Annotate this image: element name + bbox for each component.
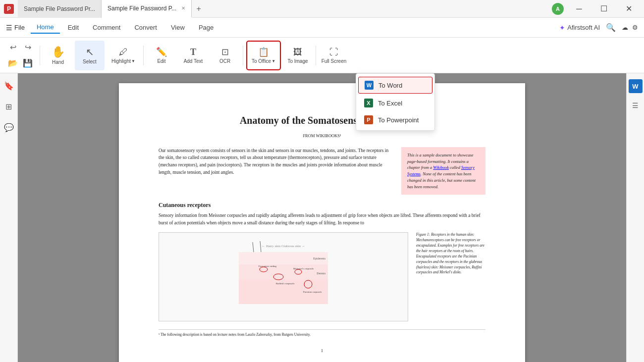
to-powerpoint-label: To Powerpoint (378, 116, 419, 124)
svg-text:Free nerve ending: Free nerve ending (259, 265, 277, 267)
close-button[interactable]: ✕ (617, 0, 640, 18)
separator-1 (40, 46, 40, 65)
to-office-button[interactable]: 📋 To Office ▼ (246, 41, 281, 70)
tab-1[interactable]: Sample File Password Pr... (18, 0, 102, 18)
pdf-title: Anatomy of the Somatosensory System (159, 113, 485, 128)
pdf-page: Anatomy of the Somatosensory System FROM… (119, 83, 525, 362)
file-label: File (14, 24, 25, 31)
right-panel: W ☰ (626, 73, 644, 362)
hand-label: Hand (52, 59, 64, 65)
sidebar-thumbnails-icon[interactable]: 🔖 (2, 79, 15, 92)
minimize-button[interactable]: ─ (568, 0, 590, 18)
app-icon: P (4, 4, 14, 14)
highlight-tool-button[interactable]: 🖊 Highlight ▼ (107, 41, 140, 70)
file-menu[interactable]: ☰ File (6, 24, 25, 32)
word-panel-icon[interactable]: W (629, 79, 643, 93)
pdf-figure-image: ← Hairy skin Glabrous skin → Epidermis D… (159, 232, 408, 321)
main-area: 🔖 ⊞ 💬 Anatomy of the Somatosensory Syste… (0, 73, 644, 362)
menu-comment[interactable]: Comment (87, 22, 126, 33)
panel-text-icon[interactable]: ☰ (629, 99, 642, 112)
menubar: ☰ File Home Edit Comment Convert View Pa… (0, 18, 644, 38)
word-icon: W (365, 81, 374, 90)
to-office-label: To Office ▼ (252, 58, 275, 64)
tab-1-label: Sample File Password Pr... (24, 5, 95, 12)
save-button[interactable]: 💾 (21, 56, 35, 70)
sidebar-layers-icon[interactable]: ⊞ (2, 100, 15, 113)
to-office-icon: 📋 (258, 47, 269, 57)
select-icon: ↖ (86, 46, 94, 58)
tab-2[interactable]: Sample File Password P... ✕ (102, 0, 192, 18)
sidebar-comments-icon[interactable]: 💬 (2, 121, 15, 134)
to-powerpoint-item[interactable]: P To Powerpoint (356, 111, 434, 128)
menu-home[interactable]: Home (31, 21, 60, 34)
powerpoint-icon: P (364, 115, 373, 124)
add-text-button[interactable]: T Add Text (178, 41, 208, 70)
highlight-label: Highlight ▼ (111, 58, 135, 64)
pdf-intro-text: Our somatosensory system consists of sen… (159, 147, 393, 176)
svg-text:Pacinian corpuscle: Pacinian corpuscle (303, 291, 322, 293)
pdf-main-content: Our somatosensory system consists of sen… (159, 147, 485, 195)
highlight-icon: 🖊 (119, 47, 128, 57)
pdf-body-column: Our somatosensory system consists of sen… (159, 147, 393, 195)
edit-label: Edit (157, 58, 165, 64)
full-screen-label: Full Screen (322, 58, 347, 64)
left-sidebar: 🔖 ⊞ 💬 (0, 73, 18, 362)
to-excel-item[interactable]: X To Excel (356, 95, 434, 111)
highlight-arrow-icon: ▼ (131, 59, 135, 63)
separator-2 (143, 46, 144, 65)
settings-button[interactable]: ⚙ (632, 24, 638, 31)
pdf-figure-caption: Figure 1: Receptors in the human skin: M… (416, 232, 485, 321)
pdf-figure-section: ← Hairy skin Glabrous skin → Epidermis D… (159, 232, 485, 321)
redo-button[interactable]: ↪ (21, 41, 35, 54)
add-text-icon: T (190, 47, 196, 57)
menu-edit[interactable]: Edit (62, 22, 85, 33)
maximize-button[interactable]: ☐ (592, 0, 615, 18)
to-excel-label: To Excel (378, 100, 402, 107)
upload-button[interactable]: ☁ (622, 24, 628, 31)
hand-tool-button[interactable]: ✋ Hand (43, 41, 73, 70)
separator-4 (316, 46, 316, 65)
edit-tool-button[interactable]: ✏️ Edit (147, 41, 176, 70)
svg-text:Meissner's corpuscle: Meissner's corpuscle (293, 267, 314, 270)
menu-view[interactable]: View (165, 22, 191, 33)
to-word-label: To Word (378, 82, 402, 89)
search-button[interactable]: 🔍 (604, 21, 618, 35)
pdf-notice-box: This is a sample document to showcase pa… (401, 147, 485, 195)
menu-page[interactable]: Page (193, 22, 219, 33)
add-tab-button[interactable]: + (192, 2, 206, 16)
pdf-notice-text2: called (449, 165, 461, 170)
pdf-section1-title: Cutaneous receptors (159, 201, 485, 210)
ocr-icon: ⊡ (221, 47, 229, 57)
to-office-arrow-icon: ▼ (271, 59, 275, 63)
ai-button[interactable]: ✦ Afirstsoft AI (559, 24, 600, 32)
separator-3 (243, 46, 243, 65)
menu-convert[interactable]: Convert (128, 22, 163, 33)
select-tool-button[interactable]: ↖ Select (75, 41, 105, 70)
ai-icon: ✦ (559, 24, 565, 32)
to-office-dropdown: W To Word X To Excel P To Powerpoint (356, 73, 435, 131)
to-word-item[interactable]: W To Word (358, 77, 432, 94)
full-screen-icon: ⛶ (329, 47, 338, 57)
select-label: Select (83, 59, 97, 64)
wikibook-link[interactable]: Wikibook (433, 165, 449, 170)
titlebar: P Sample File Password Pr... Sample File… (0, 0, 644, 18)
skin-diagram-svg: ← Hairy skin Glabrous skin → Epidermis D… (234, 237, 333, 316)
svg-text:← Hairy skin     Glabrous skin: ← Hairy skin Glabrous skin → (262, 244, 305, 248)
ocr-button[interactable]: ⊡ OCR (210, 41, 240, 70)
edit-icon: ✏️ (156, 47, 167, 57)
to-image-icon: 🖼 (293, 47, 302, 57)
open-file-button[interactable]: 📂 (6, 56, 20, 70)
window-controls: A ─ ☐ ✕ (552, 0, 640, 18)
svg-text:Ruffini's corpuscle: Ruffini's corpuscle (276, 282, 295, 285)
full-screen-button[interactable]: ⛶ Full Screen (319, 41, 349, 70)
to-image-button[interactable]: 🖼 To Image (283, 41, 313, 70)
ai-label: Afirstsoft AI (567, 24, 600, 31)
excel-icon: X (364, 99, 373, 107)
undo-button[interactable]: ↩ (6, 41, 20, 54)
avatar: A (552, 3, 564, 15)
tab-2-close[interactable]: ✕ (181, 5, 185, 11)
menubar-right: ✦ Afirstsoft AI 🔍 ☁ ⚙ (559, 21, 638, 35)
svg-text:Epidermis: Epidermis (313, 257, 325, 260)
ocr-label: OCR (219, 58, 230, 64)
add-text-label: Add Text (184, 58, 203, 64)
